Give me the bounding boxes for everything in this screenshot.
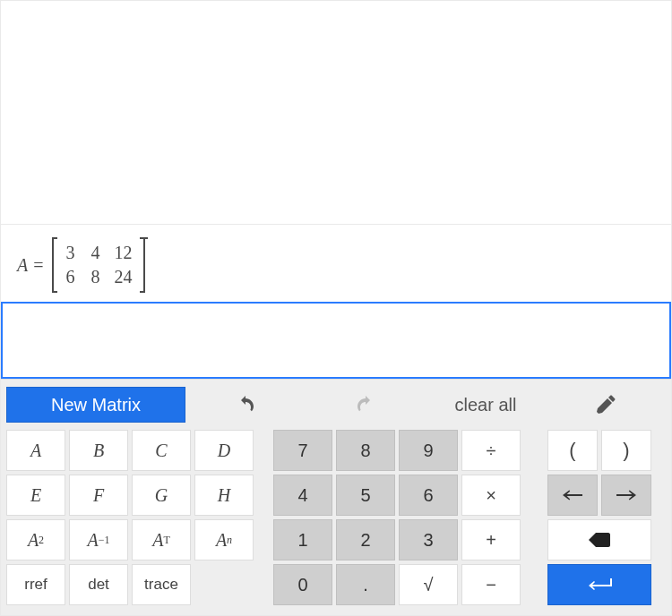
digit-4-button[interactable]: 4 xyxy=(273,475,332,516)
matrix: 3 4 12 6 8 24 xyxy=(57,237,140,293)
power-n-button[interactable]: An xyxy=(194,519,254,560)
keypad-row: A B C D E F G H A2 A−1 AT An rref det tr… xyxy=(6,430,666,605)
square-button[interactable]: A2 xyxy=(6,519,65,560)
arrow-left-icon xyxy=(563,489,582,501)
digit-9-button[interactable]: 9 xyxy=(399,430,458,471)
multiply-button[interactable]: × xyxy=(461,475,521,516)
paren-right-button[interactable]: ) xyxy=(601,430,651,471)
digit-1-button[interactable]: 1 xyxy=(273,519,332,560)
rref-button[interactable]: rref xyxy=(6,564,65,605)
transpose-button[interactable]: AT xyxy=(132,519,191,560)
digit-0-button[interactable]: 0 xyxy=(273,564,332,605)
equals-sign: = xyxy=(33,255,43,276)
digit-2-button[interactable]: 2 xyxy=(336,519,395,560)
toolbar-row: New Matrix clear all xyxy=(6,385,666,424)
plus-button[interactable]: + xyxy=(461,519,521,560)
backspace-button[interactable] xyxy=(547,519,651,560)
digit-6-button[interactable]: 6 xyxy=(399,475,458,516)
matrix-cell: 6 xyxy=(65,267,77,287)
redo-button[interactable] xyxy=(306,387,426,423)
cursor-right-button[interactable] xyxy=(601,475,651,516)
digit-3-button[interactable]: 3 xyxy=(399,519,458,560)
matrix-cell: 24 xyxy=(115,267,133,287)
clear-all-label: clear all xyxy=(455,395,517,415)
decimal-button[interactable]: . xyxy=(336,564,395,605)
matrix-cell: 8 xyxy=(90,267,102,287)
sqrt-button[interactable]: √ xyxy=(399,564,458,605)
var-name: A xyxy=(17,255,28,276)
settings-button[interactable] xyxy=(546,387,666,423)
digit-7-button[interactable]: 7 xyxy=(273,430,332,471)
matrix-cell: 12 xyxy=(115,243,133,263)
clear-all-button[interactable]: clear all xyxy=(426,387,546,423)
var-d-button[interactable]: D xyxy=(194,430,254,471)
var-b-button[interactable]: B xyxy=(69,430,128,471)
var-g-button[interactable]: G xyxy=(132,475,191,516)
number-pad: 7 8 9 ÷ 4 5 6 × 1 2 3 + 0 . √ − xyxy=(273,430,521,605)
bracket-left xyxy=(49,237,57,293)
output-area xyxy=(1,1,671,225)
paren-left-button[interactable]: ( xyxy=(547,430,598,471)
det-button[interactable]: det xyxy=(69,564,128,605)
input-area[interactable] xyxy=(1,302,671,379)
var-f-button[interactable]: F xyxy=(69,475,128,516)
var-c-button[interactable]: C xyxy=(132,430,191,471)
matrix-cell: 3 xyxy=(65,243,77,263)
digit-5-button[interactable]: 5 xyxy=(336,475,395,516)
keyboard: New Matrix clear all A B C D E F G xyxy=(1,379,671,615)
divide-button[interactable]: ÷ xyxy=(461,430,521,471)
enter-button[interactable] xyxy=(547,564,651,605)
spacer xyxy=(194,564,254,605)
matrix-cell: 4 xyxy=(90,243,102,263)
enter-icon xyxy=(587,578,612,591)
new-matrix-button[interactable]: New Matrix xyxy=(6,387,185,423)
calculator-frame: A = 3 4 12 6 8 24 New Matrix c xyxy=(0,0,672,616)
digit-8-button[interactable]: 8 xyxy=(336,430,395,471)
variable-pad: A B C D E F G H A2 A−1 AT An rref det tr… xyxy=(6,430,254,605)
var-h-button[interactable]: H xyxy=(194,475,254,516)
trace-button[interactable]: trace xyxy=(132,564,191,605)
backspace-icon xyxy=(589,533,610,547)
undo-button[interactable] xyxy=(185,387,306,423)
arrow-right-icon xyxy=(616,489,636,501)
bracket-right xyxy=(140,237,148,293)
minus-button[interactable]: − xyxy=(461,564,521,605)
control-pad: ( ) xyxy=(547,430,651,605)
var-a-button[interactable]: A xyxy=(6,430,65,471)
inverse-button[interactable]: A−1 xyxy=(69,519,128,560)
var-e-button[interactable]: E xyxy=(6,475,65,516)
cursor-left-button[interactable] xyxy=(547,475,598,516)
expression: A = 3 4 12 6 8 24 xyxy=(17,237,148,293)
expression-area: A = 3 4 12 6 8 24 xyxy=(1,225,671,302)
